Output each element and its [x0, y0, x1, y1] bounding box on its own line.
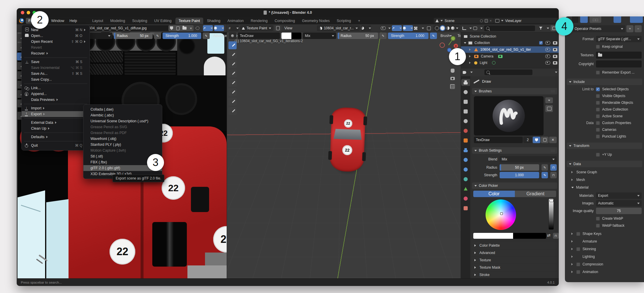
disclosure-icon[interactable]: [469, 55, 472, 57]
include-checkbox[interactable]: [596, 87, 600, 91]
file-menu-item[interactable]: Revert: [22, 45, 90, 50]
camera-view-icon[interactable]: [450, 77, 455, 80]
disclosure-icon[interactable]: [469, 62, 472, 64]
properties-tab[interactable]: [461, 195, 470, 202]
include-section-header[interactable]: Include: [567, 79, 642, 85]
file-menu-item[interactable]: Save ⌘ S: [22, 59, 90, 65]
object-row-selected[interactable]: 10604_slot_car_red_SG_v1_iter: [461, 46, 559, 53]
mask-toggle[interactable]: [214, 25, 224, 31]
gizmo-x-neg-axis[interactable]: [440, 43, 445, 48]
options-caret[interactable]: [555, 72, 557, 74]
export-subsection[interactable]: Skinning: [571, 246, 642, 252]
export-submenu-item[interactable]: Wavefront (.obj): [83, 136, 162, 142]
strength-pressure-button[interactable]: ✎: [541, 172, 548, 178]
export-subsection[interactable]: Shape Keys: [571, 231, 642, 236]
workspace-tab[interactable]: Animation: [224, 18, 247, 24]
pin-icon[interactable]: [480, 19, 483, 22]
export-subsection[interactable]: Armature: [571, 239, 642, 244]
copy-icon[interactable]: [176, 26, 180, 30]
pin-icon[interactable]: [195, 26, 200, 31]
properties-tab[interactable]: [461, 89, 470, 96]
section-checkbox[interactable]: [576, 270, 580, 274]
falloff-shape-button[interactable]: [274, 25, 281, 31]
images-dropdown[interactable]: Automatic: [596, 200, 642, 206]
collapsed-section[interactable]: Advanced: [472, 250, 557, 256]
remember-export-checkbox[interactable]: [596, 71, 600, 74]
properties-tab[interactable]: [461, 176, 470, 183]
color-picker-header[interactable]: Color Picker: [472, 182, 557, 189]
export-subsection[interactable]: Compression: [571, 262, 642, 267]
radius-pressure-button[interactable]: ✎: [380, 33, 387, 39]
include-checkbox[interactable]: [596, 114, 600, 118]
export-submenu-item[interactable]: Motion Capture (.bvh): [83, 148, 162, 153]
brush-users-count[interactable]: 2: [523, 137, 532, 143]
close-icon[interactable]: ×: [490, 19, 492, 23]
viewport-tool-button[interactable]: [228, 70, 237, 77]
hide-eye-icon[interactable]: [545, 61, 550, 65]
file-menu-item[interactable]: External Data: [22, 120, 90, 126]
workspace-tab[interactable]: Scripting: [334, 18, 354, 24]
properties-tab[interactable]: [461, 98, 470, 105]
properties-tab[interactable]: [461, 118, 470, 125]
value-slider-handle[interactable]: [549, 199, 554, 202]
menu-item[interactable]: Window: [49, 18, 67, 24]
export-submenu-item[interactable]: Alembic (.abc): [83, 112, 162, 118]
properties-tab[interactable]: [461, 127, 470, 134]
properties-tab[interactable]: [461, 147, 470, 154]
image-quality-slider[interactable]: 75: [596, 208, 642, 214]
brush-falloff-button[interactable]: [361, 25, 371, 31]
viewport-tool-button[interactable]: [228, 88, 237, 96]
grid-ortho-icon[interactable]: [450, 84, 455, 89]
partial-button[interactable]: [614, 16, 621, 23]
xray-toggle[interactable]: [403, 25, 413, 31]
scene-selector[interactable]: Scene ×: [434, 18, 493, 23]
strength-slider[interactable]: Strength1.000: [163, 33, 201, 39]
brushes-section-header[interactable]: Brushes::::: [472, 88, 557, 94]
viewport-tool-button[interactable]: [228, 41, 237, 49]
collapsed-section[interactable]: Color Palette: [472, 242, 557, 249]
gizmo-x-axis[interactable]: X: [454, 44, 458, 48]
secondary-color-swatch[interactable]: [291, 33, 301, 39]
file-menu-item[interactable]: Save Incremental ⌥ ⌘ S: [22, 65, 90, 71]
camera-row[interactable]: Camera: [469, 53, 557, 59]
brush-settings-header[interactable]: Brush Settings::::: [472, 147, 557, 154]
snapping-button[interactable]: [414, 25, 424, 31]
brush-name-field[interactable]: TexDraw: [238, 33, 280, 39]
file-menu-item[interactable]: Export: [22, 111, 90, 117]
file-menu-item[interactable]: Quit ⌘ Q: [22, 143, 90, 148]
properties-search-input[interactable]: [484, 70, 532, 75]
file-menu-item[interactable]: Recover: [22, 50, 90, 56]
radius-slider[interactable]: 50 px: [500, 164, 539, 171]
outliner-search-input[interactable]: [484, 26, 535, 31]
y-up-checkbox[interactable]: [596, 153, 600, 157]
section-checkbox[interactable]: [576, 262, 580, 266]
create-webp-checkbox[interactable]: [596, 217, 600, 221]
mesh-row[interactable]: Mesh: [571, 177, 585, 182]
include-checkbox[interactable]: [596, 101, 600, 105]
minimize-traffic-light[interactable]: [27, 11, 30, 14]
file-menu-item[interactable]: Defaults: [22, 134, 90, 140]
format-dropdown[interactable]: glTF Separate (.gltf...: [596, 36, 642, 42]
file-menu-item[interactable]: Append...: [22, 91, 90, 97]
swap-colors-icon[interactable]: ⇄: [547, 233, 551, 238]
strength-tablet-button[interactable]: ⊓: [550, 172, 557, 178]
radius-pressure-button[interactable]: ✎: [154, 33, 161, 39]
strength-slider[interactable]: Strength1.000: [388, 33, 428, 39]
properties-tab[interactable]: [461, 166, 470, 173]
scene-collection-row[interactable]: Scene Collection: [464, 33, 496, 39]
editor-type-button[interactable]: #: [229, 25, 239, 31]
radius-slider[interactable]: Radius50 px: [114, 33, 153, 39]
file-menu-item[interactable]: Import: [22, 105, 90, 111]
render-visibility-icon[interactable]: [553, 61, 557, 65]
webp-fallback-checkbox[interactable]: [596, 224, 600, 228]
section-checkbox[interactable]: [576, 247, 580, 251]
advanced-popover[interactable]: Advanced: [211, 33, 227, 39]
operator-presets-dropdown[interactable]: Operator Presets: [573, 25, 625, 32]
view-menu[interactable]: View: [284, 26, 292, 30]
texture-popover[interactable]: Texture: [455, 33, 461, 39]
include-checkbox[interactable]: [596, 94, 600, 98]
collapsed-section[interactable]: Stroke: [472, 272, 557, 278]
brush-popover[interactable]: Brush: [438, 33, 454, 39]
blend-mode-dropdown[interactable]: Mix: [303, 33, 336, 39]
overlays-toggle[interactable]: ↗: [392, 25, 402, 31]
